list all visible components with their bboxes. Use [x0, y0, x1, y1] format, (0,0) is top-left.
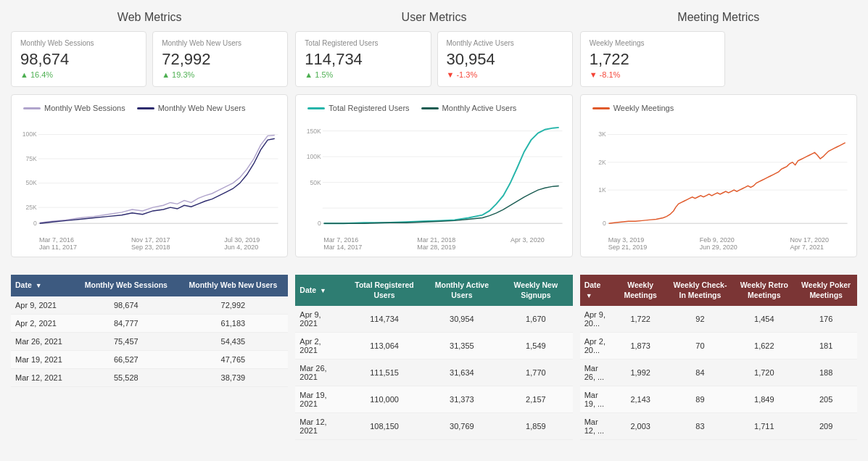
value-cell: 1,720	[733, 360, 795, 386]
date-cell: Mar 12, 2021	[11, 368, 74, 386]
meeting-table-checkin-header[interactable]: Weekly Check-In Meetings	[667, 275, 734, 306]
value-cell: 31,355	[425, 333, 499, 360]
table-row: Mar 26, 2021111,51531,6341,770	[295, 360, 572, 386]
web-x-labels: Mar 7, 2016 Jan 11, 2017 Nov 17, 2017 Se…	[17, 236, 281, 251]
web-table-newusers-header[interactable]: Monthly Web New Users	[178, 275, 288, 296]
meeting-table-section: Date ▼ Weekly Meetings Weekly Check-In M…	[580, 275, 857, 440]
user-x-label-1b: Mar 14, 2017	[323, 244, 362, 251]
value-cell: 181	[795, 333, 857, 360]
table-row: Mar 26, ...1,992841,720188	[580, 360, 857, 386]
table-row: Mar 26, 202175,45754,435	[11, 332, 288, 350]
web-users-value: 72,992	[162, 50, 278, 69]
value-cell: 98,674	[74, 296, 178, 315]
svg-text:50K: 50K	[310, 179, 322, 186]
web-sessions-legend-label: Monthly Web Sessions	[44, 104, 125, 112]
user-chart-area: Total Registered Users Monthly Active Us…	[295, 94, 572, 257]
table-row: Apr 9, 202198,67472,992	[11, 296, 288, 315]
value-cell: 1,670	[499, 306, 573, 333]
date-cell: Apr 2, 20...	[580, 333, 614, 360]
web-sessions-card: Monthly Web Sessions 98,674 ▲ 16.4%	[11, 31, 146, 87]
web-chart-legend: Monthly Web Sessions Monthly Web New Use…	[17, 101, 281, 118]
value-cell: 31,634	[425, 360, 499, 386]
meeting-x-label-2b: Jun 29, 2020	[700, 244, 737, 251]
tables-row: Date ▼ Monthly Web Sessions Monthly Web …	[11, 275, 857, 440]
value-cell: 1,722	[614, 306, 667, 333]
user-table-date-header[interactable]: Date ▼	[295, 275, 344, 306]
value-cell: 188	[795, 360, 857, 386]
svg-text:50K: 50K	[26, 179, 38, 186]
svg-text:0: 0	[603, 220, 606, 227]
user-metrics-section: User Metrics Total Registered Users 114,…	[295, 11, 572, 266]
meeting-table-poker-header[interactable]: Weekly Poker Meetings	[795, 275, 857, 306]
table-row: Mar 12, 2021108,15030,7691,859	[295, 413, 572, 440]
meeting-table-date-header[interactable]: Date ▼	[580, 275, 614, 306]
user-table-signups-header[interactable]: Weekly New Signups	[499, 275, 573, 306]
svg-text:0: 0	[33, 220, 37, 227]
table-row: Mar 12, 202155,52838,739	[11, 368, 288, 386]
web-users-label: Monthly Web New Users	[162, 39, 278, 47]
value-cell: 92	[667, 306, 734, 333]
value-cell: 1,770	[499, 360, 573, 386]
web-table-section: Date ▼ Monthly Web Sessions Monthly Web …	[11, 275, 288, 440]
table-row: Mar 19, ...2,143891,849205	[580, 386, 857, 413]
meeting-x-label-3b: Apr 7, 2021	[790, 244, 829, 251]
web-x-label-3a: Jul 30, 2019	[224, 236, 260, 244]
value-cell: 2,143	[614, 386, 667, 413]
date-sort-arrow: ▼	[36, 282, 42, 289]
web-sessions-value: 98,674	[20, 50, 137, 69]
value-cell: 84,777	[74, 314, 178, 332]
table-row: Mar 19, 2021110,00031,3732,157	[295, 386, 572, 413]
date-cell: Mar 26, 2021	[11, 332, 74, 350]
active-users-legend: Monthly Active Users	[421, 104, 517, 112]
user-chart: 150K 100K 50K 0	[302, 118, 566, 234]
value-cell: 113,064	[344, 333, 424, 360]
date-cell: Mar 19, ...	[580, 386, 614, 413]
date-cell: Mar 12, ...	[580, 413, 614, 440]
value-cell: 54,435	[178, 332, 288, 350]
web-x-label-2a: Nov 17, 2017	[131, 236, 170, 244]
user-table-active-header[interactable]: Monthly Active Users	[425, 275, 499, 306]
meeting-x-label-2a: Feb 9, 2020	[700, 236, 737, 244]
svg-text:75K: 75K	[26, 155, 38, 162]
value-cell: 176	[795, 306, 857, 333]
date-cell: Apr 9, 2021	[295, 306, 344, 333]
date-cell: Mar 19, 2021	[11, 350, 74, 368]
value-cell: 30,954	[425, 306, 499, 333]
table-row: Apr 9, 2021114,73430,9541,670	[295, 306, 572, 333]
user-x-label-3a: Apr 3, 2020	[511, 236, 545, 244]
web-x-label-1b: Jan 11, 2017	[39, 244, 77, 251]
web-data-table: Date ▼ Monthly Web Sessions Monthly Web …	[11, 275, 288, 387]
value-cell: 47,765	[178, 350, 288, 368]
value-cell: 38,739	[178, 368, 288, 386]
active-users-legend-line	[421, 107, 439, 109]
weekly-meetings-legend-label: Weekly Meetings	[613, 104, 674, 112]
user-table-total-header[interactable]: Total Registered Users	[344, 275, 424, 306]
svg-text:150K: 150K	[307, 128, 321, 135]
meeting-x-label-1b: Sep 21, 2019	[608, 244, 648, 251]
table-row: Apr 2, 20...1,873701,622181	[580, 333, 857, 360]
date-cell: Apr 2, 2021	[11, 314, 74, 332]
web-table-date-header[interactable]: Date ▼	[11, 275, 74, 296]
weekly-meetings-value: 1,722	[590, 50, 716, 69]
value-cell: 1,849	[733, 386, 795, 413]
web-users-legend-label: Monthly Web New Users	[158, 104, 246, 112]
weekly-meetings-card: Weekly Meetings 1,722 ▼ -8.1%	[580, 31, 725, 87]
value-cell: 89	[667, 386, 734, 413]
meeting-metrics-cards: Weekly Meetings 1,722 ▼ -8.1%	[580, 31, 857, 87]
value-cell: 31,373	[425, 386, 499, 413]
user-x-label-2a: Mar 21, 2018	[417, 236, 455, 244]
meeting-table-retro-header[interactable]: Weekly Retro Meetings	[733, 275, 795, 306]
meeting-chart-area: Weekly Meetings 3K 2K 1K 0	[580, 94, 857, 257]
svg-text:100K: 100K	[22, 130, 37, 138]
user-x-labels: Mar 7, 2016 Mar 14, 2017 Mar 21, 2018 Ma…	[302, 236, 566, 251]
web-x-label-2b: Sep 23, 2018	[131, 244, 170, 251]
web-table-sessions-header[interactable]: Monthly Web Sessions	[74, 275, 178, 296]
meeting-chart: 3K 2K 1K 0	[587, 118, 851, 234]
svg-text:3K: 3K	[598, 130, 606, 138]
meeting-table-weekly-header[interactable]: Weekly Meetings	[614, 275, 667, 306]
value-cell: 1,549	[499, 333, 573, 360]
total-users-card: Total Registered Users 114,734 ▲ 1.5%	[295, 31, 431, 87]
value-cell: 72,992	[178, 296, 288, 315]
active-users-change: ▼ -1.3%	[447, 70, 563, 79]
value-cell: 1,454	[733, 306, 795, 333]
